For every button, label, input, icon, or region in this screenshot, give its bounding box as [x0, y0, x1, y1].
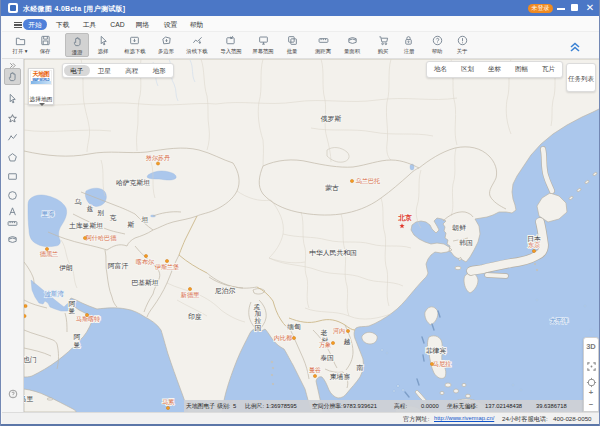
site-link[interactable]: http://www.rivermap.cn/ — [434, 413, 494, 424]
map-label-蒙古: 蒙古 — [325, 184, 339, 192]
cursor-icon — [98, 35, 109, 46]
map-control-zoom-out[interactable]: − — [584, 400, 598, 409]
polyline-download-icon — [192, 35, 203, 46]
status-segment: 空间分辨率: — [312, 400, 343, 412]
map-label-太平洋: 太平洋 — [549, 317, 568, 325]
map-label-哈萨克斯坦: 哈萨克斯坦 — [116, 179, 150, 187]
capital-dot-marker — [85, 313, 88, 316]
toolbar-打开[interactable]: 打开 ▾ — [7, 33, 33, 57]
status-segment: 1:36978595 — [266, 400, 297, 412]
menu-item-帮助[interactable]: 帮助 — [186, 19, 207, 30]
toolbar-label: 关于 — [453, 48, 471, 54]
toolbar-多边形[interactable]: 多边形 — [154, 33, 178, 57]
map-label-朝鲜: 朝鲜 — [452, 224, 466, 232]
map-svg: 俄罗斯哈萨克斯坦蒙古中华人民共和国土库曼斯坦伊朗阿富汗巴基斯坦印度尼泊尔缅甸泰国… — [24, 59, 600, 412]
map-label-韩国: 韩国 — [459, 239, 473, 247]
toolbar-屏幕范围[interactable]: 屏幕范围 — [248, 33, 278, 57]
toolbar-漫游[interactable]: 漫游 — [65, 33, 89, 57]
side-tool-star-shape[interactable] — [4, 110, 21, 127]
menu-item-工具[interactable]: 工具 — [79, 19, 100, 30]
phone-number: 400-028-0050 — [553, 413, 592, 424]
side-tool-ruler[interactable] — [4, 215, 21, 232]
side-tool-pentagon[interactable] — [4, 149, 21, 166]
toolbar-购买[interactable]: 购买 — [373, 33, 393, 57]
close-button[interactable]: ✕ — [583, 0, 597, 16]
toolbar-导入范围[interactable]: 导入范围 — [216, 33, 246, 57]
question-circle-icon — [8, 389, 18, 399]
save-icon — [40, 35, 51, 46]
search-tab-瓦片[interactable]: 瓦片 — [535, 65, 562, 74]
toolbar: 打开 ▾保存漫游选择框选下载多边形沿线下载导入范围屏幕范围批量测距离量面积购买注… — [2, 32, 600, 59]
toolbar-保存[interactable]: 保存 — [35, 33, 55, 57]
capital-dot-marker — [350, 179, 353, 182]
side-help-button[interactable] — [4, 385, 21, 402]
map-label-柬埔寨: 柬埔寨 — [330, 373, 351, 381]
task-list-button[interactable]: 任务列表 — [566, 63, 596, 92]
menu-item-网络[interactable]: 网络 — [132, 19, 153, 30]
map-control-text-3d[interactable]: 3D — [584, 342, 598, 351]
layer-tab-地形[interactable]: 地形 — [147, 65, 173, 76]
layer-type-tabs: 电子卫星高程地形 — [62, 63, 174, 78]
window-title: 水经微图 4.0Beta [用户测试版] — [23, 4, 125, 14]
layer-select-card[interactable]: 天地图 MAP WORLD 选择地图 — [28, 68, 54, 105]
search-tab-区划[interactable]: 区划 — [454, 65, 481, 74]
menu-item-设置[interactable]: 设置 — [160, 19, 181, 30]
side-tool-cursor[interactable] — [4, 90, 21, 107]
toolbar-沿线下载[interactable]: 沿线下载 — [182, 33, 212, 57]
map-label-东京: 东京 — [528, 241, 541, 248]
map-label-泰国: 泰国 — [320, 354, 334, 362]
logo-swoosh — [31, 81, 51, 84]
capital-dot-marker — [45, 247, 48, 250]
side-tool-area[interactable] — [4, 231, 21, 248]
toolbar-框选下载[interactable]: 框选下载 — [120, 33, 150, 57]
toolbar-label: 漫游 — [67, 49, 87, 55]
map-label-乌: 乌 — [75, 198, 82, 205]
layer-tab-卫星[interactable]: 卫星 — [92, 65, 118, 76]
menu-bar: 开始下载工具CAD网络设置帮助 — [2, 16, 600, 32]
measure-area-icon — [347, 35, 358, 46]
map-label-中华人民共和国: 中华人民共和国 — [309, 249, 357, 257]
batch-icon — [287, 35, 298, 46]
toolbar-量面积[interactable]: 量面积 — [340, 33, 364, 57]
toolbar-label: 批量 — [283, 48, 301, 54]
map-label-喀布尔: 喀布尔 — [136, 258, 154, 265]
map-control-zoom-in[interactable]: + — [584, 388, 598, 397]
map-label-德黑兰: 德黑兰 — [40, 250, 58, 258]
layer-tab-电子[interactable]: 电子 — [64, 65, 90, 76]
toolbar-注册[interactable]: 注册 — [399, 33, 419, 57]
layer-tab-高程[interactable]: 高程 — [119, 65, 145, 76]
toolbar-帮助[interactable]: 帮助 — [427, 33, 447, 57]
side-tool-polyline[interactable] — [4, 129, 21, 146]
toolbar-选择[interactable]: 选择 — [93, 33, 113, 57]
toolbar-测距离[interactable]: 测距离 — [311, 33, 335, 57]
map-label-土库曼斯坦: 土库曼斯坦 — [69, 222, 103, 230]
toolbar-关于[interactable]: 关于 — [452, 33, 472, 57]
minimize-button[interactable] — [554, 0, 568, 16]
map-canvas[interactable]: 俄罗斯哈萨克斯坦蒙古中华人民共和国土库曼斯坦伊朗阿富汗巴基斯坦印度尼泊尔缅甸泰国… — [24, 59, 600, 412]
hamburger-menu-icon[interactable] — [14, 20, 22, 27]
footer-bar: 官方网址: http://www.rivermap.cn/ 24小时客服电话: … — [2, 412, 600, 424]
maximize-button[interactable] — [568, 0, 582, 16]
collapse-ribbon-icon[interactable] — [568, 40, 582, 53]
folder-open-icon — [15, 35, 26, 46]
map-status-bar: 天地图电子级别:5比例尺:1:36978595空间分辨率:9783.939621… — [184, 400, 600, 412]
map-label-南: 南 — [357, 364, 364, 371]
menu-item-CAD[interactable]: CAD — [105, 19, 130, 30]
map-label-兹: 兹 — [87, 205, 94, 212]
search-tab-坐标[interactable]: 坐标 — [481, 65, 508, 74]
side-tool-hand[interactable] — [4, 68, 21, 85]
side-tool-circle-shape[interactable] — [4, 187, 21, 204]
map-label-菲律宾: 菲律宾 — [426, 347, 447, 355]
map-label-新德里: 新德里 — [180, 291, 200, 299]
login-button[interactable]: 未登录 — [528, 4, 553, 14]
search-tab-地名[interactable]: 地名 — [427, 65, 454, 74]
capital-dot-marker — [313, 374, 316, 377]
status-segment: 高程: — [394, 400, 407, 412]
side-tool-rectangle[interactable] — [4, 168, 21, 185]
search-tab-图幅[interactable]: 图幅 — [508, 65, 535, 74]
toolbar-批量[interactable]: 批量 — [282, 33, 302, 57]
status-segment: 级别: — [217, 400, 230, 412]
map-label-斯: 斯 — [128, 221, 135, 228]
menu-item-开始[interactable]: 开始 — [23, 19, 47, 30]
menu-item-下载[interactable]: 下载 — [52, 19, 73, 30]
